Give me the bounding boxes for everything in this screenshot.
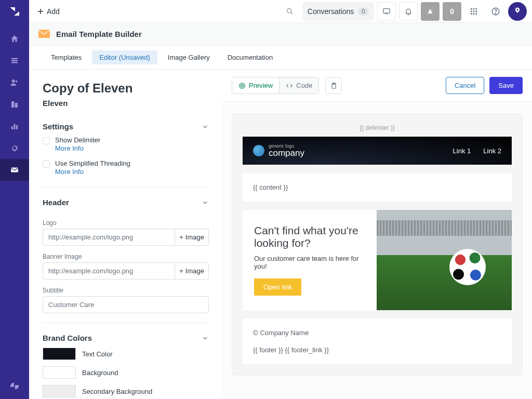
header-heading: Header — [43, 198, 69, 207]
svg-rect-21 — [475, 13, 477, 15]
app-counter[interactable]: 0 — [443, 2, 461, 21]
logo-icon — [253, 145, 264, 156]
subtitle-input[interactable] — [43, 296, 209, 313]
chevron-down-icon[interactable] — [202, 123, 209, 130]
canvas-toolbar: Preview Code Cancel Save — [222, 70, 532, 102]
more-info-link[interactable]: More Info — [55, 168, 130, 176]
background-label: Background — [82, 369, 118, 377]
secondary-bg-swatch[interactable] — [43, 385, 76, 397]
cta-image — [377, 210, 512, 310]
subheader: Email Template Builder — [29, 23, 532, 45]
logo-label: Logo — [43, 219, 209, 227]
logo-image-button[interactable]: +Image — [175, 229, 209, 246]
banner-input[interactable] — [43, 262, 175, 280]
svg-rect-20 — [473, 13, 475, 15]
clipboard-button[interactable] — [325, 77, 342, 94]
svg-rect-1 — [11, 60, 18, 61]
svg-rect-14 — [473, 8, 475, 10]
preview-footer: © Company Name {{ footer }} {{ footer_li… — [243, 318, 512, 364]
help-icon[interactable] — [486, 2, 505, 21]
svg-rect-7 — [11, 126, 13, 129]
svg-rect-24 — [38, 30, 50, 38]
template-title: Copy of Eleven — [43, 81, 209, 96]
nav-views[interactable] — [0, 50, 29, 72]
nav-customers[interactable] — [0, 72, 29, 94]
user-avatar[interactable] — [508, 2, 527, 21]
svg-rect-2 — [11, 62, 18, 63]
svg-rect-15 — [475, 8, 477, 10]
preview-link2: Link 2 — [483, 147, 501, 155]
nav-home[interactable] — [0, 28, 29, 50]
svg-rect-16 — [471, 10, 472, 12]
show-delimiter-checkbox[interactable] — [43, 137, 50, 144]
conversations-button[interactable]: Conversations 0 — [302, 2, 374, 21]
canvas: Preview Code Cancel Save — [222, 70, 532, 399]
apps-grid-icon[interactable] — [464, 2, 483, 21]
search-icon[interactable] — [286, 7, 294, 16]
chevron-down-icon[interactable] — [202, 199, 209, 206]
soccer-ball-icon — [449, 249, 486, 285]
nav-email[interactable] — [0, 159, 29, 181]
add-label: Add — [47, 7, 60, 16]
footer-company: © Company Name — [253, 329, 501, 337]
envelope-icon — [38, 30, 50, 38]
svg-rect-19 — [471, 13, 472, 15]
simplified-threading-label: Use Simplified Threading — [55, 159, 130, 167]
subtitle-label: Subtitle — [43, 287, 209, 294]
show-delimiter-label: Show Delimiter — [55, 136, 100, 144]
banner-image-button[interactable]: +Image — [175, 262, 209, 280]
logo-input[interactable] — [43, 229, 175, 246]
plus-icon — [37, 8, 44, 15]
cta-button: Open link — [254, 278, 301, 296]
code-toggle[interactable]: Code — [279, 77, 318, 94]
tabs: Templates Editor (Unsaved) Image Gallery… — [29, 45, 532, 70]
chevron-down-icon[interactable] — [202, 335, 209, 342]
tab-templates[interactable]: Templates — [44, 50, 89, 64]
chat-icon[interactable] — [377, 2, 396, 21]
tab-documentation[interactable]: Documentation — [220, 50, 280, 64]
text-color-swatch[interactable] — [43, 348, 76, 360]
simplified-threading-checkbox[interactable] — [43, 161, 50, 168]
colors-heading: Brand Colors — [43, 334, 92, 342]
svg-point-23 — [495, 13, 496, 14]
svg-rect-13 — [471, 8, 472, 10]
svg-rect-5 — [11, 101, 14, 108]
zendesk-icon[interactable] — [9, 380, 20, 392]
more-info-link[interactable]: More Info — [55, 144, 100, 152]
secondary-bg-label: Secondary Background — [82, 388, 152, 395]
cancel-button[interactable]: Cancel — [446, 77, 484, 94]
eye-icon — [238, 82, 246, 89]
text-color-label: Text Color — [82, 350, 113, 358]
code-icon — [286, 82, 293, 89]
conversations-label: Conversations — [308, 7, 354, 16]
preview-cta: Can't find what you're looking for? Our … — [243, 210, 512, 310]
save-button[interactable]: Save — [489, 77, 523, 94]
settings-heading: Settings — [43, 122, 73, 131]
tab-editor[interactable]: Editor (Unsaved) — [92, 50, 157, 64]
svg-point-11 — [287, 8, 291, 12]
cta-title: Can't find what you're looking for? — [254, 224, 365, 249]
left-nav — [0, 0, 29, 399]
app-switcher-a[interactable] — [421, 2, 440, 21]
add-button[interactable]: Add — [34, 5, 63, 18]
topbar: Add Conversations 0 0 — [29, 0, 532, 23]
svg-rect-18 — [475, 10, 477, 12]
logo-big-text: company — [269, 149, 304, 157]
background-swatch[interactable] — [43, 366, 76, 379]
bell-icon[interactable] — [399, 2, 418, 21]
nav-organizations[interactable] — [0, 94, 29, 115]
footer-vars: {{ footer }} {{ footer_link }} — [253, 346, 501, 354]
nav-reporting[interactable] — [0, 115, 29, 137]
brand-logo — [8, 5, 21, 18]
preview-delimiter: {{ delimiter }} — [243, 124, 512, 131]
sidebar: Copy of Eleven Eleven Settings Show Deli… — [29, 70, 222, 399]
tab-gallery[interactable]: Image Gallery — [161, 50, 217, 64]
svg-rect-9 — [16, 125, 18, 129]
nav-admin[interactable] — [0, 137, 29, 159]
template-subtitle: Eleven — [43, 99, 209, 108]
svg-point-26 — [241, 84, 244, 87]
svg-rect-8 — [14, 124, 16, 130]
preview-toggle[interactable]: Preview — [232, 77, 279, 94]
svg-rect-12 — [383, 8, 390, 13]
preview-content: {{ content }} — [243, 173, 512, 202]
